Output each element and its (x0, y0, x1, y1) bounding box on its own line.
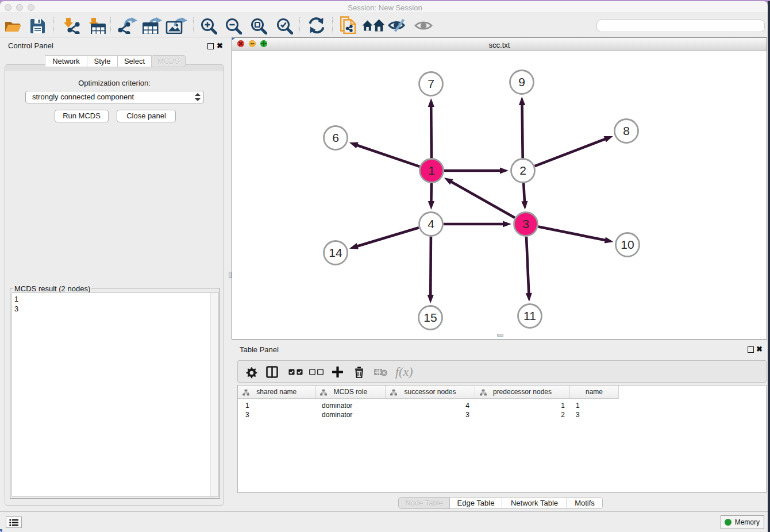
svg-text:11: 11 (523, 309, 536, 322)
svg-text:15: 15 (424, 311, 437, 324)
svg-text:2: 2 (519, 164, 526, 177)
svg-text:3: 3 (522, 217, 529, 230)
svg-text:4: 4 (428, 217, 434, 230)
svg-text:1: 1 (428, 164, 435, 177)
svg-text:8: 8 (623, 124, 630, 137)
svg-text:6: 6 (332, 131, 339, 144)
svg-text:7: 7 (428, 77, 434, 90)
svg-text:9: 9 (518, 75, 525, 88)
svg-text:14: 14 (329, 246, 342, 259)
svg-text:10: 10 (621, 238, 634, 251)
